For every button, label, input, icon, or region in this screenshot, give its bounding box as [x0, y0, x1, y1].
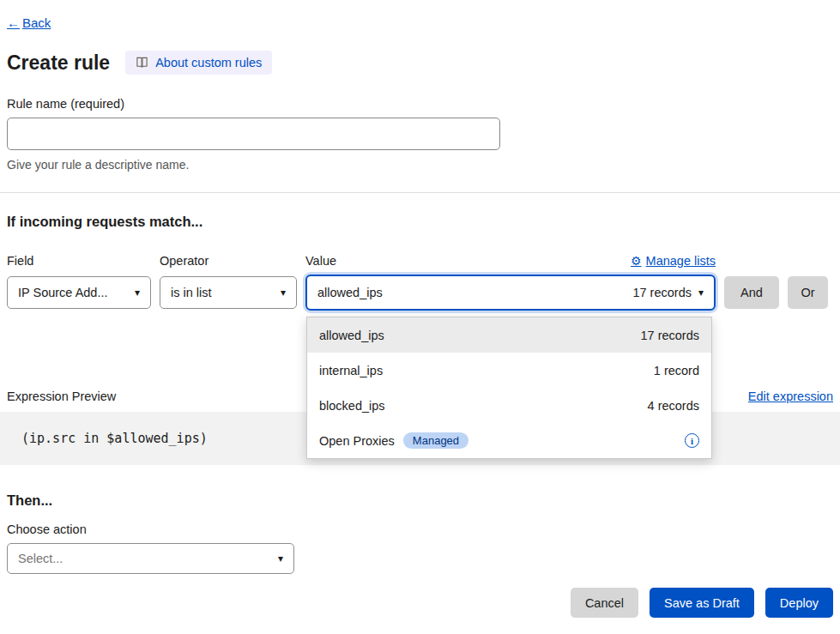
field-select[interactable]: IP Source Add... ▾: [7, 276, 151, 309]
field-select-value: IP Source Add...: [18, 286, 108, 299]
list-item-allowed-ips[interactable]: allowed_ips 17 records: [307, 317, 711, 353]
operator-label: Operator: [160, 254, 297, 268]
field-label: Field: [7, 254, 151, 268]
value-label: Value: [305, 254, 336, 268]
chevron-down-icon: ▾: [281, 287, 286, 299]
or-button[interactable]: Or: [788, 276, 828, 309]
back-link-label: Back: [22, 15, 51, 30]
value-cell: allowed_ips 17 records ▾ allowed_ips 17 …: [305, 275, 716, 311]
operator-select-value: is in list: [171, 286, 212, 299]
divider: [0, 192, 840, 193]
chevron-down-icon: ▾: [278, 552, 283, 565]
value-select-value: allowed_ips: [317, 286, 632, 299]
deploy-button[interactable]: Deploy: [765, 588, 833, 618]
choose-action-label: Choose action: [7, 522, 833, 536]
page-title: Create rule: [7, 51, 110, 75]
list-item-meta: 1 record: [654, 364, 699, 377]
list-item-open-proxies[interactable]: Open Proxies Managed i: [307, 423, 711, 458]
rule-name-label: Rule name (required): [7, 97, 833, 111]
list-item-internal-ips[interactable]: internal_ips 1 record: [307, 353, 711, 388]
book-icon: [136, 57, 148, 69]
list-item-blocked-ips[interactable]: blocked_ips 4 records: [307, 388, 711, 423]
title-row: Create rule About custom rules: [7, 51, 833, 75]
list-item-name: blocked_ips: [319, 399, 385, 413]
edit-expression-link[interactable]: Edit expression: [748, 389, 833, 403]
then-section-heading: Then...: [7, 492, 833, 509]
match-controls-row: IP Source Add... ▾ is in list ▾ allowed_…: [7, 275, 833, 311]
action-select-placeholder: Select...: [18, 552, 63, 565]
expression-code: (ip.src in $allowed_ips): [21, 431, 208, 446]
cancel-button[interactable]: Cancel: [571, 588, 638, 618]
manage-lists-link[interactable]: ⚙ Manage lists: [631, 254, 716, 268]
managed-badge: Managed: [403, 432, 468, 449]
operator-select[interactable]: is in list ▾: [160, 276, 297, 309]
rule-name-help: Give your rule a descriptive name.: [7, 158, 833, 172]
rule-name-input[interactable]: [7, 118, 500, 150]
list-item-name: allowed_ips: [319, 329, 384, 342]
create-rule-page: ←Back Create rule About custom rules Rul…: [0, 0, 840, 634]
list-item-name: Open Proxies: [319, 434, 395, 448]
footer-actions: Cancel Save as Draft Deploy: [7, 588, 833, 618]
back-link[interactable]: ←Back: [7, 15, 51, 30]
about-custom-rules-link[interactable]: About custom rules: [125, 51, 272, 75]
value-dropdown-menu: allowed_ips 17 records internal_ips 1 re…: [306, 317, 712, 459]
list-item-meta: 4 records: [648, 399, 699, 413]
value-label-cell: Value ⚙ Manage lists: [305, 254, 716, 268]
action-select[interactable]: Select... ▾: [7, 543, 294, 574]
match-labels-row: Field Operator Value ⚙ Manage lists: [7, 254, 833, 268]
manage-lists-label: Manage lists: [646, 254, 716, 268]
chevron-down-icon: ▾: [698, 287, 704, 299]
save-as-draft-button[interactable]: Save as Draft: [650, 588, 754, 618]
value-select-meta: 17 records: [632, 286, 692, 299]
match-section-heading: If incoming requests match...: [7, 214, 833, 230]
about-custom-rules-label: About custom rules: [155, 56, 262, 69]
info-icon[interactable]: i: [685, 433, 699, 448]
back-row: ←Back: [7, 15, 833, 30]
expression-preview-label: Expression Preview: [7, 389, 116, 403]
value-select[interactable]: allowed_ips 17 records ▾: [305, 275, 716, 311]
back-arrow-icon: ←: [7, 15, 20, 30]
and-button[interactable]: And: [724, 276, 779, 309]
chevron-down-icon: ▾: [135, 287, 140, 299]
list-item-name: internal_ips: [319, 364, 383, 377]
gear-icon: ⚙: [631, 254, 642, 268]
list-item-meta: 17 records: [640, 329, 699, 342]
